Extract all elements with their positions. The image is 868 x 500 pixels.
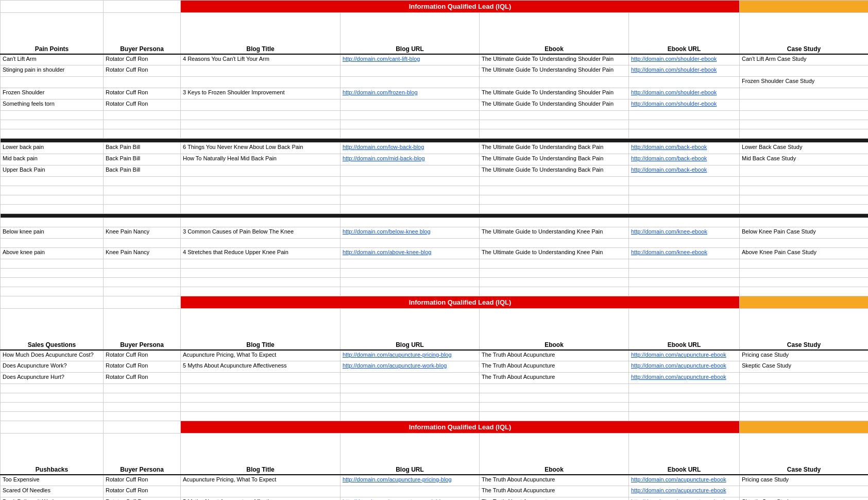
iql-orange-2: [740, 296, 869, 309]
ebook-cell: The Ultimate Guide To Understanding Back…: [480, 154, 629, 165]
blog-url-cell: [341, 486, 480, 497]
ebook-cell: The Ultimate Guide to Understanding Knee…: [480, 248, 629, 259]
case-study-cell: [740, 65, 869, 77]
ebook-cell: The Ultimate Guide To Understanding Back…: [480, 165, 629, 177]
col-pushbacks-header: Pushbacks: [1, 434, 104, 475]
ebook-url-cell[interactable]: http://domain.com/acupuncture-ebook: [629, 497, 740, 501]
blog-url-cell[interactable]: http://domain.com/low-back-blog: [341, 143, 480, 154]
col-buyer-persona-header: Buyer Persona: [104, 13, 181, 54]
blog-url-cell[interactable]: http://domain.com/below-knee blog: [341, 227, 480, 239]
case-study-cell: Lower Back Case Study: [740, 143, 869, 154]
pain-cell: Lower back pain: [1, 143, 104, 154]
pain-cell: [1, 77, 104, 88]
col-buyer-persona-header-3: Buyer Persona: [104, 434, 181, 475]
persona-cell: Rotator Cuff Ron: [104, 65, 181, 77]
persona-cell: Rotator Cuff Ron: [104, 88, 181, 99]
ebook-cell: The Ultimate Guide To Understanding Shou…: [480, 99, 629, 111]
col-ebook-url-header-3: Ebook URL: [629, 434, 740, 475]
blog-url-cell[interactable]: http://domain.com/acupuncture-work-blog: [341, 497, 480, 501]
col-blog-url-header-2: Blog URL: [341, 309, 480, 350]
iql-orange-3: [740, 421, 869, 434]
blog-url-cell[interactable]: http://domain.com/acupuncture-pricing-bl…: [341, 350, 480, 361]
blog-url-link: http://domain.com/below-knee blog: [343, 228, 431, 235]
spacer-row: [1, 195, 869, 205]
spacer-row: [1, 205, 869, 214]
blog-url-cell[interactable]: http://domain.com/cant-lift-blog: [341, 54, 480, 65]
ebook-cell: The Truth About Acupuncture: [480, 350, 629, 361]
blog-title-cell: [181, 373, 341, 384]
pain-cell: Stinging pain in shoulder: [1, 65, 104, 77]
case-study-cell: Pricing case Study: [740, 350, 869, 361]
blog-url-cell: [341, 165, 480, 177]
blog-url-cell: [341, 77, 480, 88]
blog-title-cell: 5 Myths About Acupuncture Affectiveness: [181, 497, 341, 501]
ebook-url-cell[interactable]: http://domain.com/shoulder-ebook: [629, 65, 740, 77]
pain-cell: Too Expensive: [1, 475, 104, 486]
blog-url-cell[interactable]: http://domain.com/mid-back-blog: [341, 154, 480, 165]
pain-cell: How Much Does Acupuncture Cost?: [1, 350, 104, 361]
pain-cell: Something feels torn: [1, 99, 104, 111]
ebook-cell: The Truth About Acupuncture: [480, 497, 629, 501]
main-table: Information Qualified Lead (IQL) Pain Po…: [0, 0, 868, 500]
ebook-url-cell[interactable]: http://domain.com/acupuncture-ebook: [629, 486, 740, 497]
table-row: Upper Back Pain Back Pain Bill The Ultim…: [1, 165, 869, 177]
blog-url-cell[interactable]: http://domain.com/frozen-blog: [341, 88, 480, 99]
table-row: Does Acupuncture Work? Rotator Cuff Ron …: [1, 361, 869, 373]
blog-url-link: http://domain.com/frozen-blog: [343, 89, 418, 95]
iql-empty-2: [104, 1, 181, 13]
blog-title-cell: [181, 65, 341, 77]
blog-url-cell[interactable]: http://domain.com/acupuncture-pricing-bl…: [341, 475, 480, 486]
persona-cell: Knee Pain Nancy: [104, 248, 181, 259]
blog-url-link: http://domain.com/mid-back-blog: [343, 155, 425, 161]
spacer-row: [1, 239, 869, 248]
ebook-url-cell: [629, 77, 740, 88]
ebook-url-cell[interactable]: http://domain.com/acupuncture-ebook: [629, 475, 740, 486]
ebook-url-cell[interactable]: http://domain.com/back-ebook: [629, 143, 740, 154]
iql-header-row-2: Information Qualified Lead (IQL): [1, 296, 869, 309]
col-case-study-header-2: Case Study: [740, 309, 869, 350]
pain-cell: Mid back pain: [1, 154, 104, 165]
ebook-url-cell[interactable]: http://domain.com/shoulder-ebook: [629, 88, 740, 99]
spacer-row: [1, 120, 869, 129]
blog-url-cell[interactable]: http://domain.com/above-knee-blog: [341, 248, 480, 259]
blog-url-cell: [341, 373, 480, 384]
table-row: Frozen Shoulder Rotator Cuff Ron 3 Keys …: [1, 88, 869, 99]
ebook-cell: The Ultimate Guide To Understanding Shou…: [480, 88, 629, 99]
blog-title-cell: How To Naturally Heal Mid Back Pain: [181, 154, 341, 165]
pain-cell: Don't Believe It Works: [1, 497, 104, 501]
case-study-cell: [740, 373, 869, 384]
ebook-cell: The Truth About Acupuncture: [480, 475, 629, 486]
ebook-url-cell[interactable]: http://domain.com/shoulder-ebook: [629, 54, 740, 65]
blog-url-cell[interactable]: http://domain.com/acupuncture-work-blog: [341, 361, 480, 373]
table-row: Above knee pain Knee Pain Nancy 4 Stretc…: [1, 248, 869, 259]
ebook-cell: The Truth About Acupuncture: [480, 373, 629, 384]
table-row: How Much Does Acupuncture Cost? Rotator …: [1, 350, 869, 361]
pain-cell: Above knee pain: [1, 248, 104, 259]
ebook-url-cell[interactable]: http://domain.com/acupuncture-ebook: [629, 373, 740, 384]
ebook-url-cell[interactable]: http://domain.com/acupuncture-ebook: [629, 350, 740, 361]
blog-title-cell: 6 Things You Never Knew About Low Back P…: [181, 143, 341, 154]
ebook-url-cell[interactable]: http://domain.com/knee-ebook: [629, 227, 740, 239]
spacer-row: [1, 177, 869, 186]
case-study-cell: Frozen Shoulder Case Study: [740, 77, 869, 88]
iql-label-3: Information Qualified Lead (IQL): [181, 421, 740, 434]
ebook-url-link: http://domain.com/shoulder-ebook: [631, 89, 717, 95]
ebook-url-link: http://domain.com/acupuncture-ebook: [631, 362, 726, 369]
iql-header-row-3: Information Qualified Lead (IQL): [1, 421, 869, 434]
ebook-url-cell[interactable]: http://domain.com/acupuncture-ebook: [629, 361, 740, 373]
blog-title-cell: Acupuncture Pricing, What To Expect: [181, 475, 341, 486]
ebook-url-link: http://domain.com/knee-ebook: [631, 249, 707, 255]
col-case-study-header-3: Case Study: [740, 434, 869, 475]
ebook-url-cell[interactable]: http://domain.com/shoulder-ebook: [629, 99, 740, 111]
ebook-url-cell[interactable]: http://domain.com/knee-ebook: [629, 248, 740, 259]
persona-cell: Rotator Cuff Ron: [104, 99, 181, 111]
ebook-url-cell[interactable]: http://domain.com/back-ebook: [629, 165, 740, 177]
ebook-url-link: http://domain.com/acupuncture-ebook: [631, 487, 726, 493]
ebook-url-cell[interactable]: http://domain.com/back-ebook: [629, 154, 740, 165]
case-study-cell: [740, 165, 869, 177]
persona-cell: [104, 77, 181, 88]
pain-cell: Does Acupuncture Work?: [1, 361, 104, 373]
blog-title-cell: [181, 99, 341, 111]
blog-title-cell: 4 Reasons You Can't Lift Your Arm: [181, 54, 341, 65]
ebook-cell: The Ultimate Guide to Understanding Knee…: [480, 227, 629, 239]
